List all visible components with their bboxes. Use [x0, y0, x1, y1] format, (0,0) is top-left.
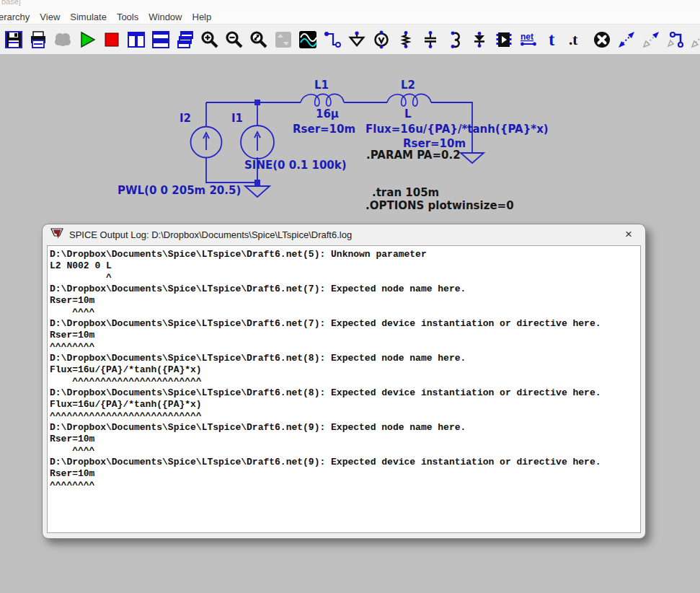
menu-item-help[interactable]: Help: [192, 11, 212, 24]
run-icon[interactable]: [78, 30, 97, 49]
move-icon[interactable]: [617, 30, 636, 49]
svg-text:t: t: [549, 30, 555, 49]
window-title-strip: base]: [0, 0, 700, 10]
waveform-icon[interactable]: [298, 30, 317, 49]
wire-drag-icon[interactable]: [666, 30, 685, 49]
zoom-extents-icon[interactable]: [249, 30, 268, 49]
svg-text:.t: .t: [569, 31, 577, 48]
diode-icon[interactable]: [470, 30, 489, 49]
label-i1-value[interactable]: SINE(0 0.1 100k): [244, 159, 347, 172]
directive-tran[interactable]: .tran 105m: [372, 186, 439, 199]
capacitor-icon[interactable]: [421, 30, 440, 49]
label-l2-flux[interactable]: Flux=16u/{PA}/*tanh({PA}*x): [365, 123, 549, 136]
dialog-title: SPICE Output Log: D:\Dropbox\Documents\S…: [69, 229, 352, 240]
inductor-l2[interactable]: [387, 94, 431, 106]
inductor-l1[interactable]: [301, 94, 344, 106]
tile-vertical-icon[interactable]: [127, 30, 146, 49]
ltspice-window: base] erarchyViewSimulateToolsWindowHelp…: [0, 0, 700, 593]
control-panel-icon[interactable]: [53, 30, 72, 49]
component-icon[interactable]: [495, 30, 513, 49]
log-viewport[interactable]: D:\Dropbox\Documents\Spice\LTspice\Draft…: [47, 245, 641, 533]
resistor-icon[interactable]: [396, 30, 415, 49]
current-source-i2[interactable]: [191, 127, 222, 158]
svg-text:net: net: [520, 32, 533, 42]
label-l1-name[interactable]: L1: [314, 79, 329, 92]
delete-icon[interactable]: [593, 30, 611, 49]
wire-junction: [254, 180, 260, 185]
menu-item-view[interactable]: View: [40, 11, 60, 24]
save-icon[interactable]: [4, 30, 23, 49]
current-source-i1[interactable]: [241, 126, 274, 159]
pan-icon[interactable]: [274, 30, 293, 49]
print-icon[interactable]: [29, 30, 48, 49]
rotate-icon[interactable]: [691, 30, 700, 49]
voltage-source-icon[interactable]: [372, 30, 391, 49]
log-text: D:\Dropbox\Documents\Spice\LTspice\Draft…: [48, 246, 640, 491]
menu-item-tools[interactable]: Tools: [117, 11, 138, 24]
label-l1-value[interactable]: 16µ: [316, 107, 339, 120]
label-l2-name[interactable]: L2: [401, 79, 415, 92]
net-name-icon[interactable]: net: [519, 30, 538, 49]
zoom-out-icon[interactable]: [225, 30, 244, 49]
label-l1-rser[interactable]: Rser=10m: [293, 123, 355, 136]
ground-symbol[interactable]: [461, 153, 484, 163]
label-i2-name[interactable]: I2: [180, 112, 191, 125]
wire-icon[interactable]: [323, 30, 342, 49]
label-i1-name[interactable]: I1: [231, 112, 243, 125]
wire-junction: [254, 100, 260, 105]
menu-bar: erarchyViewSimulateToolsWindowHelp: [0, 10, 700, 25]
window-title-fragment: base]: [1, 0, 21, 6]
label-l2-value[interactable]: L: [404, 107, 412, 120]
drag-icon[interactable]: [642, 30, 660, 49]
toolbar: nett.t: [0, 25, 700, 55]
directive-param[interactable]: .PARAM PA=0.2: [366, 149, 461, 162]
menu-item-erarchy[interactable]: erarchy: [0, 11, 30, 24]
tile-horizontal-icon[interactable]: [151, 30, 170, 49]
menu-item-window[interactable]: Window: [149, 11, 182, 24]
spice-directive-icon[interactable]: .t: [568, 30, 587, 49]
label-i2-value[interactable]: PWL(0 0 205m 20.5): [118, 184, 241, 197]
zoom-in-icon[interactable]: [200, 30, 219, 49]
menu-item-simulate[interactable]: Simulate: [70, 11, 107, 24]
ground-icon[interactable]: [347, 30, 366, 49]
ground-symbol[interactable]: [245, 185, 270, 197]
text-icon[interactable]: t: [544, 30, 562, 49]
halt-icon[interactable]: [102, 30, 121, 49]
directive-options[interactable]: .OPTIONS plotwinsize=0: [365, 199, 514, 212]
cascade-windows-icon[interactable]: [176, 30, 195, 49]
ltspice-logo-icon: [50, 228, 63, 242]
spice-output-log-dialog: SPICE Output Log: D:\Dropbox\Documents\S…: [42, 224, 646, 539]
dialog-title-bar[interactable]: SPICE Output Log: D:\Dropbox\Documents\S…: [43, 224, 645, 245]
inductor-icon[interactable]: [446, 30, 464, 49]
close-icon[interactable]: ×: [621, 227, 637, 242]
